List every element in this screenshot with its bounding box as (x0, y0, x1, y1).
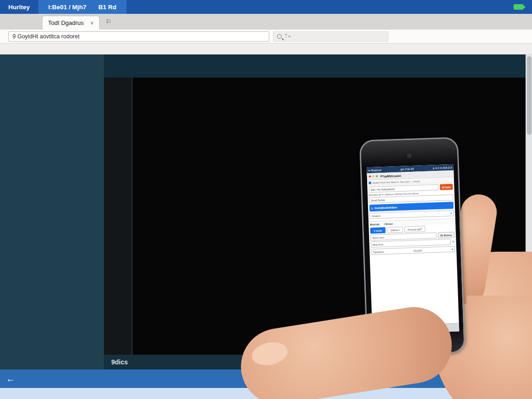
phone-loan-button[interactable]: El Iuan (440, 184, 453, 190)
phone-camera-icon (407, 154, 411, 157)
bookmarks-bar (0, 43, 532, 54)
phone-results-count: i Rosec (384, 222, 393, 225)
phone-status-right: p 4.2 m AlA O d (433, 166, 452, 169)
back-button[interactable]: ← (3, 371, 18, 386)
tab-caret-icon[interactable]: ∨ (90, 20, 94, 26)
window-tab-title: TodI Dgadrus (48, 19, 84, 26)
phone-select2-label: Tapntamu (373, 250, 384, 254)
menubar-app-title[interactable]: Hurltey (0, 4, 38, 11)
search-scribble: ᛠ⌁ (284, 33, 291, 39)
browser-toolbar: 9 GoyldHt aovtltca rodoret ᛠ⌁ (0, 30, 532, 43)
battery-icon (514, 4, 524, 10)
hand-wrist (466, 296, 532, 399)
phone-more-button[interactable]: Anacad atw? (404, 226, 425, 233)
phone-notice-text: Sterlkt ihrtme ltnil Slkat.i%. Msnsotct … (372, 180, 420, 184)
search-field[interactable]: ᛠ⌁ (273, 31, 388, 42)
desktop-root: { "menubar": { "app": "Hurltey", "path":… (0, 0, 532, 399)
phone-crkkan-button[interactable]: Crkkan I (387, 227, 403, 233)
zoom-window-icon[interactable] (30, 19, 36, 25)
window-title-row: TodI Dgadrus ∨ ⚐ (0, 14, 532, 30)
top-menubar: Hurltey I:Be01 / Mjh7 B1 Rd (0, 0, 532, 14)
phone-select2[interactable]: Tapntamu IZuzam ▾ (371, 246, 455, 255)
url-address-bar[interactable]: 9 GoyldHt aovtltca rodoret (8, 31, 269, 42)
phone-primary-button-label: #mEdDudmlidtne (375, 206, 398, 210)
window-tab[interactable]: TodI Dgadrus ∨ (42, 16, 100, 30)
editor-tabbar (104, 54, 526, 78)
scrollbar-thumb[interactable] (527, 56, 532, 135)
phone-select2-value: IZuzam (414, 249, 423, 252)
minimize-window-icon[interactable] (20, 19, 26, 25)
phone-select2-caret-icon: ▾ (452, 248, 453, 251)
menubar-path-highlight: I:Be01 / Mjh7 B1 Rd (38, 0, 127, 14)
phone-send-button[interactable]: Dr Bussu (438, 232, 455, 238)
phone-status-left: m Bsamue (368, 169, 381, 172)
phone-edit-icon[interactable]: ✎ (452, 240, 455, 243)
phone-select-value: Fimwon (372, 214, 381, 218)
phone-info-icon (369, 181, 371, 184)
traffic-lights (0, 19, 42, 25)
new-tab-flag-icon[interactable]: ⚐ (105, 18, 111, 25)
phone-results-label: Bsnt.da (370, 223, 379, 226)
status-label: 9dics (111, 358, 128, 366)
line-number-gutter (104, 78, 133, 355)
menubar-path[interactable]: I:Be01 / Mjh7 (48, 4, 87, 11)
phone-minimize-icon[interactable] (372, 175, 375, 178)
phone-zoom-icon[interactable] (376, 175, 378, 177)
phone-status-mid: gm·Fub M/ (400, 167, 414, 170)
phone-close-icon[interactable] (369, 175, 371, 178)
search-icon (277, 34, 282, 39)
left-sidebar (0, 54, 104, 369)
phone-primary-button-icon: L (371, 206, 373, 209)
menubar-path2[interactable]: B1 Rd (98, 4, 116, 11)
close-window-icon[interactable] (10, 19, 16, 25)
phone-issm-button[interactable]: # Issm (370, 227, 386, 234)
phone-select-caret-icon: ▾ (450, 212, 452, 215)
phone-page-title: FTqaMylcuaon (380, 172, 449, 178)
